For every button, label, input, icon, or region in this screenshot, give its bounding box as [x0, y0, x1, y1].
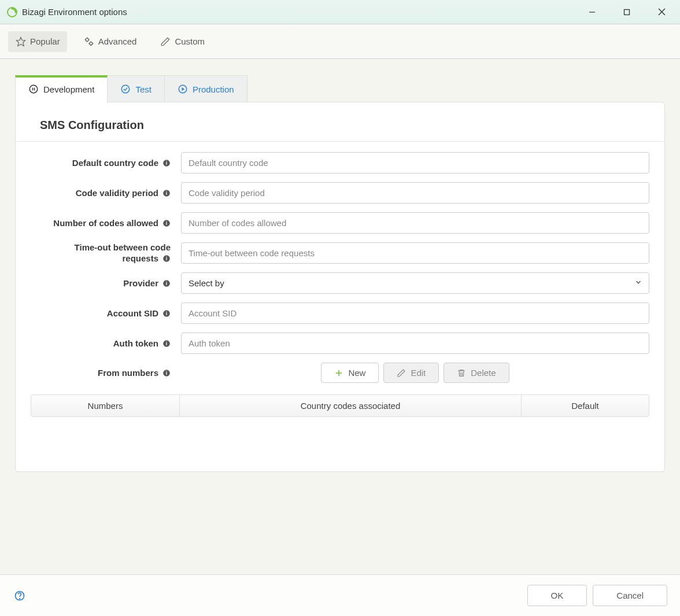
- content-area: Development Test Production SMS Configur…: [0, 59, 680, 472]
- tab-advanced-label: Advanced: [98, 36, 137, 46]
- svg-point-11: [122, 85, 130, 93]
- tab-custom-label: Custom: [175, 36, 205, 46]
- input-timeout[interactable]: [181, 242, 649, 264]
- label-from-numbers: From numbers i: [31, 368, 181, 378]
- svg-rect-2: [624, 9, 630, 14]
- info-icon[interactable]: i: [162, 309, 171, 318]
- environment-tabs: Development Test Production: [15, 75, 665, 102]
- row-account-sid: Account SID i: [31, 303, 649, 324]
- col-numbers: Numbers: [31, 395, 180, 416]
- env-tab-test-label: Test: [135, 84, 151, 94]
- row-auth-token: Auth token i: [31, 333, 649, 354]
- row-timeout: Time-out between code requests i: [31, 242, 649, 264]
- gears-icon: [83, 36, 95, 47]
- info-icon[interactable]: i: [162, 219, 171, 227]
- label-account-sid: Account SID i: [31, 308, 181, 318]
- form-area: Default country code i Code validity per…: [16, 142, 664, 431]
- row-code-validity: Code validity period i: [31, 182, 649, 204]
- edit-button[interactable]: Edit: [383, 363, 439, 383]
- svg-marker-5: [17, 37, 25, 46]
- col-country-codes: Country codes associated: [180, 395, 522, 416]
- window-titlebar: Bizagi Environment options: [0, 0, 680, 24]
- svg-text:i: i: [165, 220, 167, 226]
- app-logo-icon: [7, 7, 17, 17]
- pause-circle-icon: [28, 84, 39, 94]
- env-tab-development[interactable]: Development: [15, 75, 108, 102]
- svg-text:i: i: [165, 370, 167, 375]
- minimize-button[interactable]: [581, 3, 604, 21]
- info-icon[interactable]: i: [162, 368, 171, 377]
- input-auth-token[interactable]: [181, 333, 649, 354]
- plus-icon: [334, 368, 343, 378]
- svg-text:i: i: [165, 160, 167, 165]
- svg-point-33: [20, 598, 20, 599]
- label-provider: Provider i: [31, 278, 181, 288]
- svg-text:i: i: [165, 256, 167, 261]
- info-icon[interactable]: i: [162, 279, 171, 287]
- close-button[interactable]: [650, 3, 673, 21]
- svg-text:i: i: [165, 281, 167, 286]
- info-icon[interactable]: i: [162, 158, 171, 167]
- input-num-codes[interactable]: [181, 212, 649, 234]
- tab-popular-label: Popular: [30, 36, 60, 46]
- play-circle-icon: [178, 84, 188, 94]
- env-tab-production-label: Production: [193, 84, 234, 94]
- check-circle-icon: [120, 84, 131, 94]
- tab-popular[interactable]: Popular: [8, 31, 67, 52]
- row-provider: Provider i Select by: [31, 272, 649, 294]
- svg-point-7: [90, 42, 93, 45]
- section-title: SMS Configuration: [40, 119, 640, 132]
- maximize-button[interactable]: [615, 3, 638, 21]
- label-auth-token: Auth token i: [31, 338, 181, 348]
- env-tab-test[interactable]: Test: [107, 75, 165, 102]
- select-provider[interactable]: Select by: [181, 272, 649, 294]
- row-num-codes: Number of codes allowed i: [31, 212, 649, 234]
- row-default-country-code: Default country code i: [31, 152, 649, 174]
- section-header: SMS Configuration: [16, 102, 664, 142]
- svg-text:i: i: [165, 190, 167, 196]
- label-timeout: Time-out between code requests i: [31, 242, 181, 263]
- new-button-label: New: [348, 368, 365, 378]
- row-from-numbers: From numbers i New Edit: [31, 363, 649, 383]
- delete-button-label: Delete: [471, 368, 496, 378]
- window-controls: [581, 3, 673, 21]
- input-code-validity[interactable]: [181, 182, 649, 204]
- pencil-icon: [397, 368, 406, 378]
- col-default: Default: [522, 395, 649, 416]
- svg-point-8: [29, 85, 38, 93]
- svg-text:i: i: [165, 341, 167, 346]
- label-code-validity: Code validity period i: [31, 188, 181, 198]
- trash-icon: [457, 368, 466, 378]
- label-default-country-code: Default country code i: [31, 158, 181, 168]
- tab-custom[interactable]: Custom: [153, 31, 212, 52]
- numbers-table-header: Numbers Country codes associated Default: [31, 394, 649, 417]
- info-icon[interactable]: i: [162, 339, 171, 348]
- svg-point-6: [86, 38, 88, 41]
- star-icon: [15, 36, 27, 47]
- ok-button[interactable]: OK: [527, 585, 587, 606]
- env-tab-production[interactable]: Production: [164, 75, 247, 102]
- input-account-sid[interactable]: [181, 303, 649, 324]
- input-default-country-code[interactable]: [181, 152, 649, 174]
- delete-button[interactable]: Delete: [444, 363, 509, 383]
- cancel-button[interactable]: Cancel: [593, 585, 667, 606]
- window-title: Bizagi Environment options: [22, 7, 581, 17]
- category-tabs: Popular Advanced Custom: [0, 24, 680, 59]
- help-button[interactable]: [13, 589, 27, 603]
- tab-advanced[interactable]: Advanced: [76, 31, 144, 52]
- svg-text:i: i: [165, 311, 167, 316]
- config-panel: SMS Configuration Default country code i…: [15, 102, 665, 472]
- dialog-footer: OK Cancel: [0, 574, 680, 616]
- edit-button-label: Edit: [411, 368, 426, 378]
- info-icon[interactable]: i: [162, 254, 171, 263]
- svg-marker-13: [182, 87, 184, 91]
- env-tab-development-label: Development: [43, 84, 94, 94]
- pencil-icon: [160, 36, 171, 47]
- label-num-codes: Number of codes allowed i: [31, 218, 181, 228]
- new-button[interactable]: New: [321, 363, 379, 383]
- info-icon[interactable]: i: [162, 189, 171, 197]
